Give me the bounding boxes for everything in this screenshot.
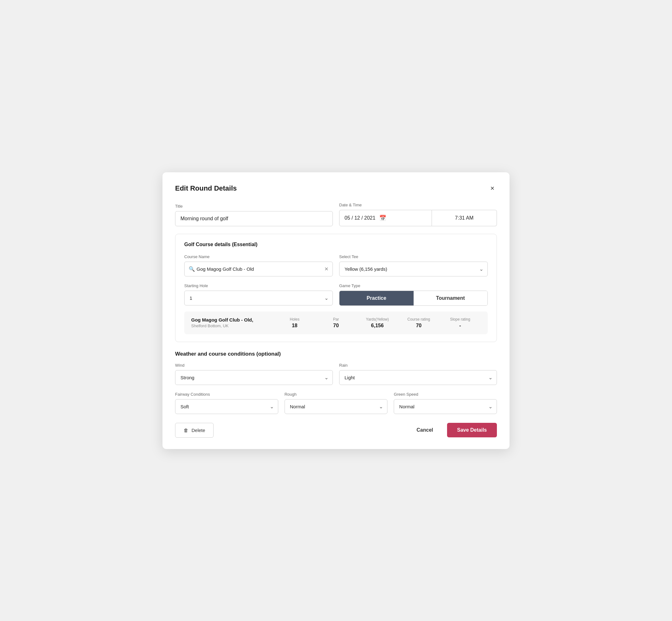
course-info-box: Gog Magog Golf Club - Old, Shelford Bott… <box>184 312 488 334</box>
course-rating-label: Course rating <box>398 317 439 322</box>
game-type-toggle: Practice Tournament <box>339 291 488 306</box>
conditions-title: Weather and course conditions (optional) <box>175 351 497 357</box>
holes-stat: Holes 18 <box>274 317 315 329</box>
title-group: Title <box>175 204 333 226</box>
rain-label: Rain <box>339 363 497 368</box>
course-rating-value: 70 <box>398 323 439 329</box>
green-speed-group: Green Speed Normal ⌄ <box>394 392 497 414</box>
yards-label: Yards(Yellow) <box>357 317 398 322</box>
course-name-wrapper: 🔍 ✕ <box>184 261 333 277</box>
trash-icon: 🗑 <box>183 427 188 433</box>
rough-group: Rough Normal ⌄ <box>285 392 388 414</box>
fairway-dropdown[interactable]: Soft <box>175 399 278 414</box>
slope-rating-label: Slope rating <box>439 317 481 322</box>
clear-icon[interactable]: ✕ <box>324 266 328 272</box>
title-input[interactable] <box>175 211 333 226</box>
select-tee-label: Select Tee <box>339 254 488 259</box>
conditions-section: Weather and course conditions (optional)… <box>175 351 497 414</box>
starting-hole-group: Starting Hole 1 ⌄ <box>184 283 333 306</box>
course-name-label: Course Name <box>184 254 333 259</box>
yards-stat: Yards(Yellow) 6,156 <box>357 317 398 329</box>
footer-right: Cancel Save Details <box>410 423 497 437</box>
par-value: 70 <box>315 323 356 329</box>
green-speed-dropdown[interactable]: Normal <box>394 399 497 414</box>
course-name-group: Course Name 🔍 ✕ <box>184 254 333 277</box>
time-input[interactable]: 7:31 AM <box>432 210 497 226</box>
calendar-icon: 📅 <box>379 215 386 221</box>
par-stat: Par 70 <box>315 317 356 329</box>
date-input[interactable]: 05 / 12 / 2021 📅 <box>339 210 432 226</box>
course-info-name: Gog Magog Golf Club - Old, Shelford Bott… <box>191 317 274 328</box>
search-icon: 🔍 <box>189 266 195 272</box>
starting-hole-label: Starting Hole <box>184 283 333 288</box>
hole-gametype-row: Starting Hole 1 ⌄ Game Type Practice Tou… <box>184 283 488 306</box>
course-name-display: Gog Magog Golf Club - Old, <box>191 317 274 323</box>
green-speed-wrapper: Normal ⌄ <box>394 399 497 414</box>
select-tee-dropdown[interactable]: Yellow (6,156 yards) <box>339 261 488 277</box>
yards-value: 6,156 <box>357 323 398 329</box>
wind-group: Wind Strong ⌄ <box>175 363 333 385</box>
rough-label: Rough <box>285 392 388 397</box>
green-speed-label: Green Speed <box>394 392 497 397</box>
close-button[interactable]: × <box>488 184 497 193</box>
save-button[interactable]: Save Details <box>447 423 497 437</box>
rain-group: Rain Light ⌄ <box>339 363 497 385</box>
fairway-label: Fairway Conditions <box>175 392 278 397</box>
par-label: Par <box>315 317 356 322</box>
holes-label: Holes <box>274 317 315 322</box>
starting-hole-dropdown[interactable]: 1 <box>184 291 333 305</box>
datetime-group: Date & Time 05 / 12 / 2021 📅 7:31 AM <box>339 203 497 226</box>
practice-button[interactable]: Practice <box>339 291 414 305</box>
select-tee-group: Select Tee Yellow (6,156 yards) ⌄ <box>339 254 488 277</box>
rain-wrapper: Light ⌄ <box>339 370 497 385</box>
wind-label: Wind <box>175 363 333 368</box>
datetime-wrapper: 05 / 12 / 2021 📅 7:31 AM <box>339 210 497 226</box>
modal-header: Edit Round Details × <box>175 184 497 193</box>
title-label: Title <box>175 204 333 209</box>
slope-rating-stat: Slope rating - <box>439 317 481 329</box>
date-value: 05 / 12 / 2021 <box>344 215 375 221</box>
tournament-button[interactable]: Tournament <box>414 291 488 305</box>
cancel-button[interactable]: Cancel <box>410 423 439 437</box>
datetime-label: Date & Time <box>339 203 497 207</box>
delete-button[interactable]: 🗑 Delete <box>175 423 214 438</box>
time-value: 7:31 AM <box>455 215 473 221</box>
course-name-tee-row: Course Name 🔍 ✕ Select Tee Yellow (6,156… <box>184 254 488 277</box>
holes-value: 18 <box>274 323 315 329</box>
rough-dropdown[interactable]: Normal <box>285 399 388 414</box>
wind-rain-row: Wind Strong ⌄ Rain Light ⌄ <box>175 363 497 385</box>
starting-hole-wrapper: 1 ⌄ <box>184 291 333 305</box>
wind-wrapper: Strong ⌄ <box>175 370 333 385</box>
fairway-wrapper: Soft ⌄ <box>175 399 278 414</box>
fairway-group: Fairway Conditions Soft ⌄ <box>175 392 278 414</box>
delete-label: Delete <box>192 427 205 433</box>
wind-dropdown[interactable]: Strong <box>175 370 333 385</box>
modal-title: Edit Round Details <box>175 184 237 193</box>
course-name-input[interactable] <box>184 261 333 277</box>
title-datetime-row: Title Date & Time 05 / 12 / 2021 📅 7:31 … <box>175 203 497 226</box>
game-type-group: Game Type Practice Tournament <box>339 283 488 306</box>
slope-rating-value: - <box>439 323 481 329</box>
game-type-label: Game Type <box>339 283 488 288</box>
course-rating-stat: Course rating 70 <box>398 317 439 329</box>
footer-row: 🗑 Delete Cancel Save Details <box>175 423 497 438</box>
course-location: Shelford Bottom, UK <box>191 323 274 328</box>
fairway-rough-green-row: Fairway Conditions Soft ⌄ Rough Normal ⌄ <box>175 392 497 414</box>
select-tee-wrapper: Yellow (6,156 yards) ⌄ <box>339 261 488 277</box>
rain-dropdown[interactable]: Light <box>339 370 497 385</box>
golf-course-section: Golf Course details (Essential) Course N… <box>175 234 497 342</box>
rough-wrapper: Normal ⌄ <box>285 399 388 414</box>
edit-round-modal: Edit Round Details × Title Date & Time 0… <box>163 172 509 449</box>
course-section-title: Golf Course details (Essential) <box>184 242 488 247</box>
